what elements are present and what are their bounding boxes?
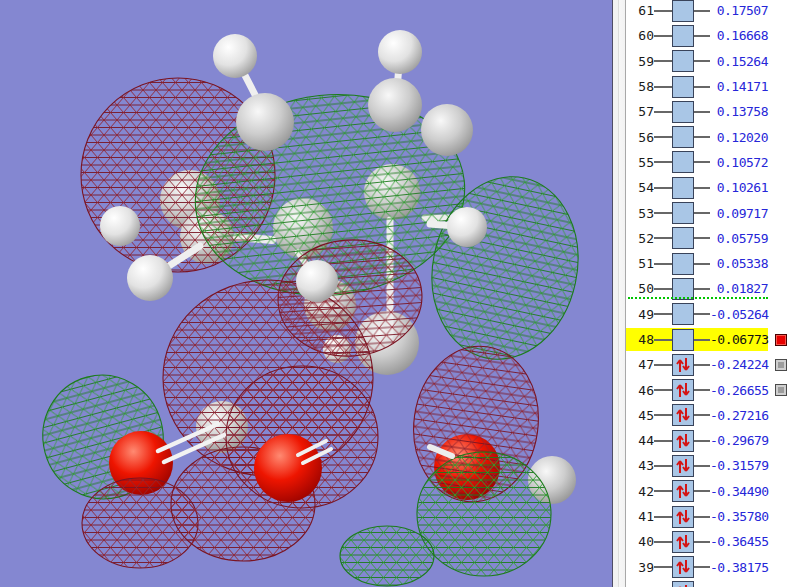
orbital-energy-value: -0.29679 [710, 433, 768, 448]
orbital-row[interactable]: 39-0.38175 [626, 555, 800, 580]
orbital-number: 46 [628, 383, 654, 398]
energy-level-line [694, 364, 710, 366]
orbital-checkbox[interactable] [775, 384, 787, 396]
energy-level-line [694, 313, 710, 315]
orbital-row[interactable]: 42-0.34490 [626, 479, 800, 504]
orbital-row-band: 570.13758 [626, 100, 768, 123]
orbital-row[interactable]: 560.12020 [626, 124, 800, 149]
energy-level-line [654, 364, 672, 366]
virtual-orbital-icon[interactable] [672, 303, 694, 325]
orbital-number: 41 [628, 509, 654, 524]
energy-level-line [694, 136, 710, 138]
occupied-orbital-icon[interactable] [672, 430, 694, 452]
orbital-row[interactable]: 47-0.24224 [626, 352, 800, 377]
energy-level-line [654, 212, 672, 214]
occupied-orbital-icon[interactable] [672, 506, 694, 528]
orbital-lobe-positive [340, 526, 434, 586]
energy-level-line [654, 288, 672, 290]
energy-level-line [654, 465, 672, 467]
orbital-row[interactable]: 580.14171 [626, 74, 800, 99]
energy-level-line [654, 414, 672, 416]
orbital-row[interactable]: 570.13758 [626, 99, 800, 124]
molecule-3d-view [0, 0, 612, 587]
orbital-row[interactable]: 550.10572 [626, 150, 800, 175]
orbital-row-band: 46-0.26655 [626, 379, 768, 402]
occupied-orbital-icon[interactable] [672, 531, 694, 553]
occupied-orbital-icon[interactable] [672, 404, 694, 426]
orbital-row[interactable]: 38-0.38856 [626, 580, 800, 587]
energy-level-line [654, 35, 672, 37]
occupied-orbital-icon[interactable] [672, 354, 694, 376]
energy-level-line [654, 136, 672, 138]
orbital-energy-value: 0.10261 [710, 180, 768, 195]
orbital-row[interactable]: 520.05759 [626, 226, 800, 251]
orbital-row[interactable]: 46-0.26655 [626, 377, 800, 402]
orbital-energy-value: -0.05264 [710, 307, 768, 322]
orbital-row-band: 38-0.38856 [626, 581, 768, 587]
energy-level-line [694, 60, 710, 62]
energy-level-line [654, 516, 672, 518]
orbital-checkbox[interactable] [775, 359, 787, 371]
orbital-selected-checkbox[interactable] [775, 334, 787, 346]
mo-viewer-window: 610.17507600.16668590.15264580.14171570.… [0, 0, 800, 587]
energy-level-line [694, 288, 710, 290]
energy-level-line [694, 516, 710, 518]
orbital-number: 58 [628, 79, 654, 94]
orbital-energy-value: 0.05759 [710, 231, 768, 246]
orbital-row[interactable]: 41-0.35780 [626, 504, 800, 529]
occupied-orbital-icon[interactable] [672, 455, 694, 477]
energy-level-line [694, 237, 710, 239]
orbital-rows: 610.17507600.16668590.15264580.14171570.… [626, 0, 800, 587]
orbital-row[interactable]: 530.09717 [626, 200, 800, 225]
orbital-energy-value: -0.26655 [710, 383, 768, 398]
energy-level-line [654, 339, 672, 341]
energy-level-line [694, 389, 710, 391]
orbital-number: 55 [628, 155, 654, 170]
occupied-orbital-icon[interactable] [672, 480, 694, 502]
molecule-3d-viewport[interactable] [0, 0, 612, 587]
orbital-row[interactable]: 590.15264 [626, 49, 800, 74]
orbital-energy-value: 0.10572 [710, 155, 768, 170]
orbital-number: 39 [628, 560, 654, 575]
virtual-orbital-icon[interactable] [672, 253, 694, 275]
virtual-orbital-icon[interactable] [672, 0, 694, 22]
orbital-number: 59 [628, 54, 654, 69]
orbital-number: 56 [628, 130, 654, 145]
virtual-orbital-icon[interactable] [672, 126, 694, 148]
orbital-row-band: 45-0.27216 [626, 404, 768, 427]
orbital-row[interactable]: 610.17507 [626, 0, 800, 23]
orbital-row-band: 590.15264 [626, 50, 768, 73]
virtual-orbital-icon[interactable] [672, 202, 694, 224]
orbital-row[interactable]: 49-0.05264 [626, 302, 800, 327]
orbital-number: 51 [628, 256, 654, 271]
orbital-row[interactable]: 600.16668 [626, 23, 800, 48]
energy-level-line [654, 263, 672, 265]
virtual-orbital-icon[interactable] [672, 329, 694, 351]
virtual-orbital-icon[interactable] [672, 25, 694, 47]
orbital-row[interactable]: 43-0.31579 [626, 453, 800, 478]
energy-level-line [654, 541, 672, 543]
orbital-row[interactable]: 40-0.36455 [626, 529, 800, 554]
orbital-row[interactable]: 48-0.06773 [626, 327, 800, 352]
virtual-orbital-icon[interactable] [672, 227, 694, 249]
energy-level-line [654, 161, 672, 163]
orbital-row[interactable]: 510.05338 [626, 251, 800, 276]
energy-level-line [694, 35, 710, 37]
occupied-orbital-icon[interactable] [672, 379, 694, 401]
occupied-orbital-icon[interactable] [672, 556, 694, 578]
orbital-row-band: 580.14171 [626, 75, 768, 98]
virtual-orbital-icon[interactable] [672, 177, 694, 199]
energy-level-line [654, 86, 672, 88]
virtual-orbital-icon[interactable] [672, 76, 694, 98]
orbital-row-band: 560.12020 [626, 126, 768, 149]
occupied-orbital-icon[interactable] [672, 581, 694, 587]
virtual-orbital-icon[interactable] [672, 101, 694, 123]
orbital-row[interactable]: 540.10261 [626, 175, 800, 200]
virtual-orbital-icon[interactable] [672, 50, 694, 72]
orbital-row[interactable]: 44-0.29679 [626, 428, 800, 453]
orbital-energy-value: -0.27216 [710, 408, 768, 423]
orbital-row[interactable]: 45-0.27216 [626, 403, 800, 428]
orbital-energy-value: -0.31579 [710, 458, 768, 473]
virtual-orbital-icon[interactable] [672, 151, 694, 173]
energy-level-line [694, 111, 710, 113]
